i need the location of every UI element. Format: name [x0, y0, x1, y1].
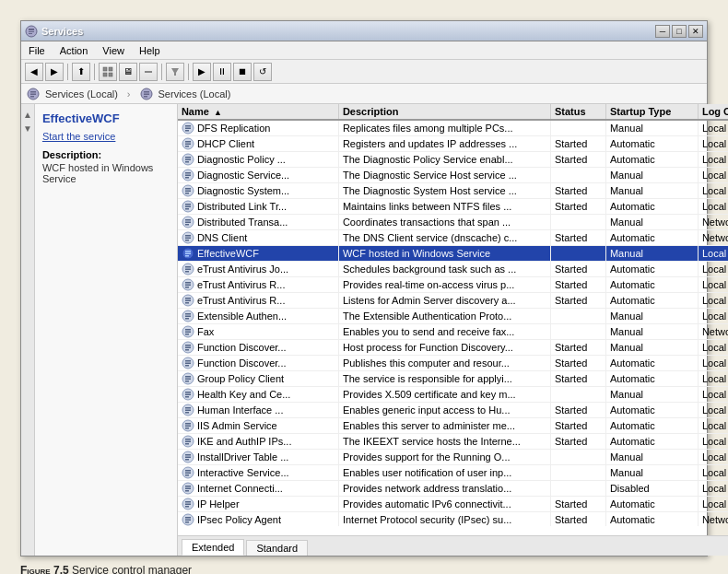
cell-logon: Local Service [699, 356, 728, 370]
svg-rect-49 [185, 240, 189, 241]
table-row[interactable]: Group Policy ClientThe service is respon… [178, 371, 728, 387]
col-status[interactable]: Status [551, 104, 606, 119]
up-button[interactable]: ⬆ [72, 63, 90, 81]
table-row[interactable]: EffectiveWCFWCF hosted in Windows Servic… [178, 246, 728, 262]
service-icon [182, 169, 194, 182]
table-row[interactable]: IPsec Policy AgentInternet Protocol secu… [178, 512, 728, 526]
cell-desc: Host process for Function Discovery... [339, 340, 551, 355]
svg-rect-12 [30, 93, 36, 95]
cell-startup: Automatic [606, 293, 699, 308]
tab-extended[interactable]: Extended [182, 539, 244, 556]
connect-button[interactable]: 🖥 [119, 63, 137, 81]
cell-desc: Schedules background task such as ... [339, 262, 551, 276]
table-row[interactable]: DHCP ClientRegisters and updates IP addr… [178, 136, 728, 152]
svg-rect-76 [185, 347, 191, 349]
menu-file[interactable]: File [25, 44, 49, 57]
breadcrumb-text: Services (Local) [45, 88, 118, 100]
svg-rect-111 [185, 486, 191, 487]
table-row[interactable]: Diagnostic System...The Diagnostic Syste… [178, 183, 728, 199]
service-name-cell: Diagnostic Policy ... [197, 154, 286, 165]
cell-logon: Local System [699, 277, 728, 292]
svg-rect-65 [185, 302, 189, 304]
table-row[interactable]: Health Key and Ce...Provides X.509 certi… [178, 387, 728, 403]
forward-button[interactable]: ▶ [45, 63, 64, 81]
disconnect-button[interactable] [139, 63, 158, 81]
table-row[interactable]: Human Interface ...Enables generic input… [178, 403, 728, 418]
svg-rect-119 [185, 517, 191, 519]
maximize-button[interactable]: □ [672, 25, 687, 38]
cell-status: Started [551, 230, 606, 245]
table-row[interactable]: Extensible Authen...The Extensible Authe… [178, 309, 728, 324]
service-icon [182, 341, 194, 354]
cell-logon: Local Service [699, 136, 728, 151]
svg-rect-87 [185, 392, 191, 393]
svg-rect-103 [185, 454, 191, 456]
col-description[interactable]: Description [339, 104, 551, 119]
menu-action[interactable]: Action [56, 44, 92, 57]
cell-name: eTrust Antivirus R... [178, 277, 339, 292]
svg-rect-71 [185, 329, 191, 331]
table-row[interactable]: Function Discover...Host process for Fun… [178, 340, 728, 356]
play-button[interactable]: ▶ [193, 63, 211, 81]
table-row[interactable]: IIS Admin ServiceEnables this server to … [178, 418, 728, 434]
menu-view[interactable]: View [99, 44, 128, 57]
col-name[interactable]: Name ▲ [178, 104, 339, 119]
table-row[interactable]: eTrust Antivirus R...Listens for Admin S… [178, 293, 728, 309]
close-button[interactable]: ✕ [688, 25, 703, 38]
service-name-cell: Function Discover... [197, 357, 287, 369]
table-row[interactable]: FaxEnables you to send and receive fax..… [178, 324, 728, 340]
service-icon [182, 263, 194, 275]
svg-rect-108 [185, 473, 191, 474]
cell-status: Started [551, 136, 606, 151]
pause-button[interactable]: ⏸ [213, 63, 231, 81]
table-row[interactable]: DNS ClientThe DNS Client service (dnscac… [178, 230, 728, 246]
start-service-link[interactable]: Start the service [42, 131, 170, 142]
service-icon [182, 137, 194, 150]
cell-logon: Local System [699, 465, 728, 480]
cell-startup: Automatic [606, 434, 699, 449]
cell-desc: The Diagnostic Policy Service enabl... [339, 152, 551, 167]
services-breadcrumb-icon [27, 88, 40, 100]
table-row[interactable]: Internet Connecti...Provides network add… [178, 481, 728, 497]
service-icon [182, 216, 194, 228]
table-row[interactable]: DFS ReplicationReplicates files among mu… [178, 121, 728, 136]
menu-help[interactable]: Help [135, 44, 164, 57]
cell-name: InstallDriver Table ... [178, 450, 339, 464]
table-row[interactable]: Function Discover...Publishes this compu… [178, 356, 728, 371]
stop-button[interactable]: ⏹ [233, 63, 252, 81]
svg-rect-41 [185, 208, 189, 210]
svg-rect-73 [185, 334, 189, 335]
table-row[interactable]: Distributed Link Tr...Maintains links be… [178, 199, 728, 215]
svg-rect-97 [185, 428, 189, 429]
cell-status: Started [551, 262, 606, 276]
table-row[interactable]: eTrust Antivirus R...Provides real-time … [178, 277, 728, 293]
table-row[interactable]: IP HelperProvides automatic IPv6 connect… [178, 497, 728, 512]
cell-name: IIS Admin Service [178, 418, 339, 433]
table-row[interactable]: Diagnostic Service...The Diagnostic Serv… [178, 168, 728, 183]
nav-up-arrow[interactable]: ▲ [21, 108, 34, 122]
table-row[interactable]: Distributed Transa...Coordinates transac… [178, 215, 728, 230]
cell-startup: Automatic [606, 230, 699, 245]
table-row[interactable]: Interactive Service...Enables user notif… [178, 465, 728, 481]
table-row[interactable]: IKE and AuthIP IPs...The IKEEXT service … [178, 434, 728, 450]
restart-button[interactable]: ↺ [253, 63, 272, 81]
service-icon [182, 357, 194, 369]
cell-desc: The IKEEXT service hosts the Interne... [339, 434, 551, 449]
filter-button[interactable] [166, 63, 184, 81]
table-row[interactable]: Diagnostic Policy ...The Diagnostic Poli… [178, 152, 728, 168]
table-row[interactable]: InstallDriver Table ...Provides support … [178, 450, 728, 465]
col-logon[interactable]: Log On As [699, 104, 728, 119]
cell-startup: Automatic [606, 497, 699, 511]
svg-rect-43 [185, 219, 191, 221]
tab-standard[interactable]: Standard [246, 540, 308, 556]
service-name-cell: DNS Client [197, 232, 247, 243]
svg-rect-16 [144, 93, 149, 95]
show-hide-button[interactable] [99, 63, 117, 81]
col-startup[interactable]: Startup Type [606, 104, 699, 119]
table-row[interactable]: eTrust Antivirus Jo...Schedules backgrou… [178, 262, 728, 277]
back-button[interactable]: ◀ [25, 63, 43, 81]
minimize-button[interactable]: ─ [655, 25, 670, 38]
nav-down-arrow[interactable]: ▼ [21, 122, 34, 135]
cell-status: Started [551, 277, 606, 292]
breadcrumb-bar: Services (Local) › Services (Local) [21, 84, 707, 104]
